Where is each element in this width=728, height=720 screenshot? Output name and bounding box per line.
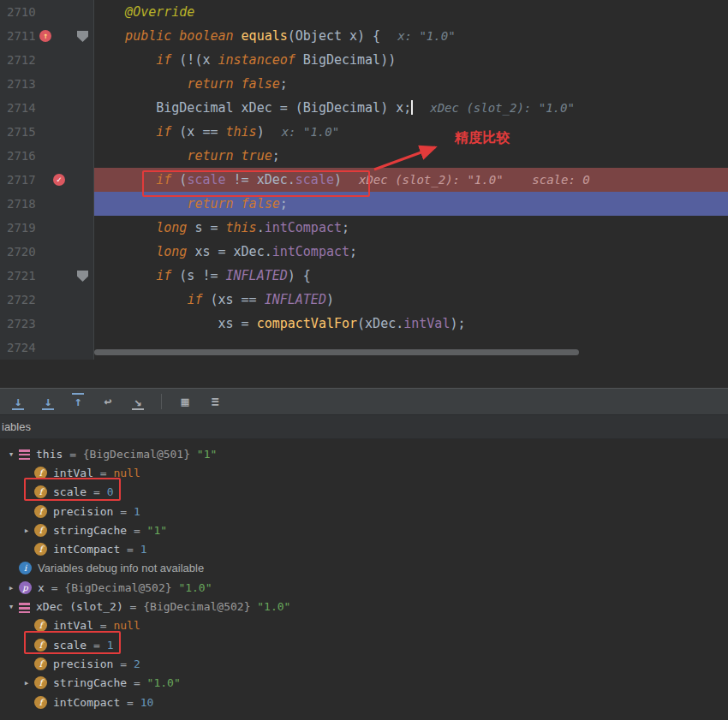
inline-debug-hint: xDec (slot_2): "1.0" — [430, 101, 575, 115]
line-number[interactable]: 2721 — [7, 264, 36, 288]
code-line[interactable]: 2710 @Override — [0, 0, 728, 24]
fold-marker-icon[interactable] — [77, 31, 88, 42]
editor-gutter[interactable]: 2717✓ — [0, 168, 94, 192]
line-number[interactable]: 2717 — [7, 168, 36, 192]
code-line[interactable]: 2718 return false; — [0, 192, 728, 216]
line-number[interactable]: 2715 — [7, 120, 36, 144]
settings-sliders-icon[interactable]: ≡ — [206, 392, 224, 411]
code-text[interactable]: if (!(x instanceof BigDecimal)) — [94, 48, 728, 72]
variable-row[interactable]: fintVal = null — [0, 463, 728, 482]
editor-gutter[interactable]: 2723 — [0, 312, 94, 336]
table-view-icon[interactable]: ▦ — [176, 392, 194, 411]
force-step-into-icon[interactable]: ↓ — [39, 392, 57, 411]
code-text[interactable]: long s = this.intCompact; — [94, 216, 728, 240]
code-text[interactable]: @Override — [94, 0, 728, 24]
code-line[interactable]: 2713 return false; — [0, 72, 728, 96]
variable-row[interactable]: fprecision = 2 — [0, 654, 728, 673]
code-token: this — [226, 220, 257, 235]
variable-row[interactable]: iVariables debug info not available — [0, 559, 728, 578]
drop-frame-icon[interactable]: ↩ — [98, 392, 117, 411]
field-icon: f — [34, 524, 47, 537]
line-number[interactable]: 2724 — [7, 336, 36, 360]
code-line[interactable]: 2719 long s = this.intCompact; — [0, 216, 728, 240]
code-token: ( — [171, 172, 187, 187]
variable-row[interactable]: ▸fstringCache = "1" — [0, 521, 728, 539]
code-line[interactable]: 2723 xs = compactValFor(xDec.intVal); — [0, 312, 728, 336]
editor-gutter[interactable]: 2711↑ — [0, 24, 94, 48]
code-text[interactable]: if (scale != xDec.scale)xDec (slot_2): "… — [94, 168, 728, 192]
variable-row[interactable]: ▾xDec (slot_2) = {BigDecimal@502} "1.0" — [0, 597, 728, 616]
variable-row[interactable]: ▾this = {BigDecimal@501} "1" — [0, 444, 728, 463]
code-line[interactable]: 2722 if (xs == INFLATED) — [0, 288, 728, 312]
editor-gutter[interactable]: 2720 — [0, 240, 94, 264]
run-to-cursor-icon[interactable]: ↘ — [128, 392, 147, 411]
variable-row[interactable]: fintVal = null — [0, 616, 728, 635]
code-text[interactable]: return false; — [94, 192, 728, 216]
step-into-icon[interactable]: ↓ — [9, 392, 27, 411]
editor-gutter[interactable]: 2722 — [0, 288, 94, 312]
line-number[interactable]: 2720 — [7, 240, 36, 264]
method-breakpoint-icon[interactable]: ↑ — [39, 30, 51, 42]
fold-marker-icon[interactable] — [77, 271, 88, 282]
code-text[interactable]: xs = compactValFor(xDec.intVal); — [94, 312, 728, 336]
editor-gutter[interactable]: 2712 — [0, 48, 94, 72]
variable-row[interactable]: fscale = 0 — [0, 483, 728, 502]
expand-chevron-icon[interactable]: ▾ — [3, 601, 19, 612]
variable-row[interactable]: fscale = 1 — [0, 635, 728, 654]
editor-gutter[interactable]: 2719 — [0, 216, 94, 240]
code-line[interactable]: 2716 return true; — [0, 144, 728, 168]
line-number[interactable]: 2716 — [7, 144, 36, 168]
code-line[interactable]: 2717✓ if (scale != xDec.scale)xDec (slot… — [0, 168, 728, 192]
code-text[interactable]: if (xs == INFLATED) — [94, 288, 728, 312]
line-number[interactable]: 2719 — [7, 216, 36, 240]
code-text[interactable]: BigDecimal xDec = (BigDecimal) x;xDec (s… — [94, 96, 728, 120]
expand-chevron-icon[interactable]: ▸ — [3, 582, 19, 593]
variable-row[interactable]: ▸fstringCache = "1.0" — [0, 674, 728, 693]
variable-row[interactable]: ▸px = {BigDecimal@502} "1.0" — [0, 578, 728, 597]
expand-chevron-icon[interactable]: ▸ — [19, 525, 34, 536]
code-line[interactable]: 2711↑ public boolean equals(Object x) {x… — [0, 24, 728, 48]
editor-gutter[interactable]: 2724 — [0, 336, 94, 360]
expand-chevron-icon[interactable]: ▾ — [3, 449, 19, 460]
line-number[interactable]: 2714 — [7, 96, 36, 120]
variable-value: 10 — [140, 696, 154, 709]
code-line[interactable]: 2724 — [0, 336, 728, 360]
line-number[interactable]: 2718 — [7, 192, 36, 216]
code-text[interactable]: if (s != INFLATED) { — [94, 264, 728, 288]
line-number[interactable]: 2713 — [7, 72, 36, 96]
expand-chevron-icon[interactable]: ▸ — [19, 677, 34, 688]
variable-row[interactable]: fprecision = 1 — [0, 502, 728, 521]
code-editor[interactable]: 2710 @Override2711↑ public boolean equal… — [0, 0, 728, 360]
field-icon: f — [34, 676, 47, 689]
code-text[interactable]: if (x == this)x: "1.0" — [94, 120, 728, 144]
code-text[interactable]: return false; — [94, 72, 728, 96]
editor-gutter[interactable]: 2716 — [0, 144, 94, 168]
code-line[interactable]: 2714 BigDecimal xDec = (BigDecimal) x;xD… — [0, 96, 728, 120]
editor-gutter[interactable]: 2721 — [0, 264, 94, 288]
code-token: ; — [272, 148, 280, 164]
variable-value: 0 — [107, 485, 114, 498]
code-line[interactable]: 2721 if (s != INFLATED) { — [0, 264, 728, 288]
editor-gutter[interactable]: 2710 — [0, 0, 94, 24]
editor-gutter[interactable]: 2713 — [0, 72, 94, 96]
variable-row[interactable]: fintCompact = 10 — [0, 693, 728, 711]
verified-breakpoint-icon[interactable]: ✓ — [53, 174, 65, 186]
line-number[interactable]: 2723 — [7, 312, 36, 336]
line-number[interactable]: 2712 — [7, 48, 36, 72]
line-number[interactable]: 2710 — [7, 0, 36, 24]
variable-row[interactable]: fintCompact = 1 — [0, 539, 728, 558]
line-number[interactable]: 2722 — [7, 288, 36, 312]
editor-gutter[interactable]: 2718 — [0, 192, 94, 216]
code-text[interactable] — [94, 336, 728, 360]
step-out-icon[interactable]: ↑ — [69, 392, 87, 411]
editor-gutter[interactable]: 2714 — [0, 96, 94, 120]
horizontal-scrollbar-thumb[interactable] — [94, 349, 579, 355]
editor-gutter[interactable]: 2715 — [0, 120, 94, 144]
code-line[interactable]: 2712 if (!(x instanceof BigDecimal)) — [0, 48, 728, 72]
code-line[interactable]: 2715 if (x == this)x: "1.0" — [0, 120, 728, 144]
code-text[interactable]: return true; — [94, 144, 728, 168]
line-number[interactable]: 2711 — [7, 24, 36, 48]
code-text[interactable]: long xs = xDec.intCompact; — [94, 240, 728, 264]
code-line[interactable]: 2720 long xs = xDec.intCompact; — [0, 240, 728, 264]
code-text[interactable]: public boolean equals(Object x) {x: "1.0… — [94, 24, 728, 48]
